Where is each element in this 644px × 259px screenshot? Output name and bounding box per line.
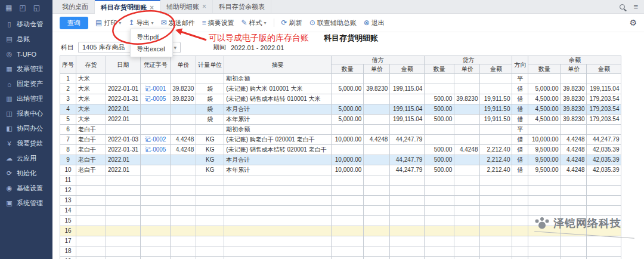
voucher-link[interactable]: 记-0005	[141, 94, 171, 104]
table-cell	[561, 125, 587, 135]
tab-3[interactable]: 辅助明细账×	[160, 0, 213, 13]
col-credit-qty: 数量	[425, 64, 454, 74]
table-cell	[141, 216, 171, 226]
sidebar-item-basic-settings[interactable]: ◉基础设置	[0, 181, 52, 196]
table-cell: 借	[512, 145, 528, 155]
voucher-link[interactable]: 记-0002	[141, 135, 171, 145]
table-cell	[512, 175, 528, 186]
voucher-link[interactable]: 记-0001	[141, 84, 171, 94]
table-row[interactable]: 17	[60, 236, 621, 246]
table-cell	[332, 186, 364, 196]
sidebar-item-t-ufo[interactable]: ◎T-UFO	[0, 47, 52, 61]
col-unit: 计量单位	[196, 56, 224, 74]
table-row[interactable]: 19	[60, 257, 621, 259]
query-button[interactable]: 查询	[60, 17, 88, 29]
table-row[interactable]: 5大米2022.01袋本年累计5,000.00199,115.04500.001…	[60, 115, 621, 125]
table-row[interactable]: 2大米2022-01-01记-000139.8230袋(未记账) 购大米 010…	[60, 84, 621, 94]
subject-select-value: 1405 库存商品	[82, 43, 125, 52]
send-mail-button[interactable]: ✉ 发送邮件	[160, 18, 194, 27]
table-cell: 2,212.40	[480, 145, 512, 155]
table-row[interactable]: 16	[60, 226, 621, 236]
refresh-button[interactable]: ⟳ 刷新	[281, 18, 302, 27]
table-cell	[224, 216, 332, 226]
table-cell	[141, 125, 171, 135]
table-cell	[528, 125, 561, 135]
table-cell	[587, 74, 621, 84]
table-cell	[196, 175, 224, 186]
export-excel-menu-item[interactable]: 导出excel	[131, 43, 172, 55]
summary-settings-button[interactable]: ≡ 摘要设置	[202, 18, 234, 27]
voucher-link[interactable]: 记-0005	[141, 145, 171, 155]
table-row[interactable]: 4大米2022.01袋本月合计5,000.00199,115.04500.001…	[60, 104, 621, 115]
table-cell	[390, 94, 425, 104]
table-cell	[425, 226, 454, 236]
table-cell	[480, 74, 512, 84]
close-icon[interactable]: ×	[202, 3, 206, 10]
export-pdf-menu-item[interactable]: 导出pdf	[131, 31, 172, 43]
table-row[interactable]: 14	[60, 206, 621, 216]
table-cell: 42,035.39	[587, 155, 621, 165]
table-cell: 4.4248	[561, 165, 587, 175]
table-cell: 借	[512, 135, 528, 145]
menu-icon[interactable]: ≡	[633, 3, 638, 11]
sidebar-item-cashier[interactable]: ▥出纳管理	[0, 91, 52, 106]
table-cell	[425, 206, 454, 216]
table-row[interactable]: 13	[60, 196, 621, 206]
table-cell: 借	[512, 115, 528, 125]
sidebar-item-general-ledger[interactable]: ▤总账	[0, 32, 52, 47]
apps-grid-icon[interactable]: ▦	[5, 4, 12, 12]
table-cell	[196, 186, 224, 196]
period-value[interactable]: 2022.01 - 2022.01	[231, 44, 284, 51]
table-cell	[587, 216, 621, 226]
panel-icon[interactable]: ◱	[33, 4, 40, 12]
table-cell	[364, 74, 390, 84]
table-cell	[171, 257, 196, 259]
window-icon[interactable]: ◰	[19, 4, 26, 12]
table-row[interactable]: 18	[60, 246, 621, 257]
table-cell	[587, 125, 621, 135]
print-button[interactable]: ▤ 打印 ▾	[95, 18, 121, 27]
table-row[interactable]: 3大米2022-01-31记-000539.8230袋(未记账) 销售成本结转 …	[60, 94, 621, 104]
table-row[interactable]: 9老白干2022.01KG本月合计10,000.0044,247.79500.0…	[60, 155, 621, 165]
table-cell: 2022.01	[106, 155, 141, 165]
sidebar-item-fixed-assets[interactable]: ⌂固定资产	[0, 76, 52, 91]
tab-2[interactable]: 科目存货明细账×	[95, 0, 160, 14]
table-row[interactable]: 12	[60, 186, 621, 196]
sidebar-item-cloud-apps[interactable]: ☁云应用	[0, 151, 52, 166]
sidebar-item-system-admin[interactable]: ▣系统管理	[0, 196, 52, 211]
table-row[interactable]: 10老白干2022.01KG本年累计10,000.0044,247.79500.…	[60, 165, 621, 175]
gear-icon[interactable]: ⚙	[629, 18, 637, 27]
table-row[interactable]: 7老白干2022-01-03记-00024.4248KG(未记账) 购老白干 0…	[60, 135, 621, 145]
sidebar-item-invoice[interactable]: ▦发票管理	[0, 61, 52, 76]
sidebar-item-collaboration[interactable]: ◧协同办公	[0, 121, 52, 136]
table-header: 序号 存货 日期 凭证字号 单价 计量单位 摘要 借方 贷方 方向 余额 数量	[60, 56, 621, 74]
tab-label: 我的桌面	[62, 2, 88, 11]
sidebar-item-loan[interactable]: ¥我要贷款	[0, 136, 52, 151]
table-row[interactable]: 8老白干2022-01-31记-00054.4248KG(未记账) 销售成本结转…	[60, 145, 621, 155]
table-row[interactable]: 15	[60, 216, 621, 226]
table-cell	[425, 84, 454, 94]
table-cell	[332, 246, 364, 257]
tab-4[interactable]: 科目存货余额表	[213, 0, 271, 13]
table-row[interactable]: 6老白干期初余额平	[60, 125, 621, 135]
sidebar-item-init[interactable]: ⟳初始化	[0, 166, 52, 181]
search-icon[interactable]	[620, 4, 625, 10]
table-cell: 本年累计	[224, 115, 332, 125]
style-button[interactable]: ✎ 样式 ▾	[242, 18, 267, 27]
table-cell	[141, 236, 171, 246]
close-icon[interactable]: ×	[150, 4, 154, 11]
subject-label: 科目	[61, 43, 74, 52]
table-cell	[171, 104, 196, 115]
table-cell	[528, 74, 561, 84]
sidebar-item-mobile-warehouse[interactable]: ▯移动仓管	[0, 17, 52, 32]
table-cell	[224, 186, 332, 196]
table-cell: 42,035.39	[587, 165, 621, 175]
export-button[interactable]: ↥ 导出 ▾	[128, 18, 153, 27]
table-row[interactable]: 1大米期初余额平	[60, 74, 621, 84]
tab-1[interactable]: 我的桌面	[56, 0, 95, 13]
table-row[interactable]: 11	[60, 175, 621, 186]
table-cell: 2,212.40	[480, 155, 512, 165]
exit-button[interactable]: ⊗ 退出	[364, 18, 385, 27]
sidebar-item-report-center[interactable]: ◫报表中心	[0, 106, 52, 121]
linked-query-button[interactable]: ⊙ 联查辅助总账	[309, 18, 357, 27]
